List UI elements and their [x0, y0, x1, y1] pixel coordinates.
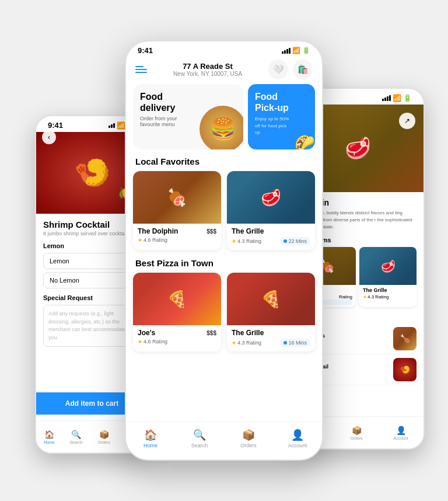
search-icon: 🔍: [71, 430, 81, 439]
joes-price: $$$: [206, 330, 216, 336]
local-favorites-grid: 🍖 The Dolphin $$$ ★4.6 Rating �: [126, 171, 322, 256]
featured-dolphin-rating: Rating: [339, 294, 352, 300]
main-nav-account[interactable]: 👤 Account: [273, 429, 322, 448]
featured-grille-name: The Grille: [363, 287, 413, 293]
grille2-name: The Grille: [232, 329, 264, 337]
featured-grille-info: The Grille ★4.3 Rating: [359, 285, 416, 302]
search-icon: 🔍: [193, 429, 206, 441]
cart-button[interactable]: 🛍️: [293, 60, 313, 79]
delivery-banner[interactable]: Fooddelivery Order from yourfavourite me…: [133, 84, 243, 149]
pickup-banner-subtitle: Enjoy up to 50%off for food pickup: [255, 116, 308, 135]
dolphin-card-info: The Dolphin $$$ ★4.6 Rating: [133, 224, 221, 248]
header-actions: 🤍 🛍️: [268, 60, 313, 79]
address-city: New York, NY 10007, USA: [173, 71, 242, 77]
right-nav-account-label: Account: [393, 436, 408, 440]
dolphin-price: $$$: [206, 228, 216, 235]
main-nav-orders-label: Orders: [240, 443, 257, 448]
best-pizza-title: Best Pizza in Town: [126, 256, 322, 273]
main-scroll-content: Fooddelivery Order from yourfavourite me…: [126, 84, 322, 426]
left-nav-home-label: Home: [44, 440, 55, 444]
back-button[interactable]: ‹: [42, 130, 56, 144]
main-nav-home-label: Home: [144, 443, 158, 448]
grille2-rating: ★4.3 Rating: [232, 340, 261, 346]
main-time: 9:41: [138, 46, 153, 55]
restaurant-card-dolphin[interactable]: 🍖 The Dolphin $$$ ★4.6 Rating: [133, 171, 221, 250]
address-block: 77 A Reade St New York, NY 10007, USA: [173, 62, 242, 77]
pizza-grid: 🍕 Joe's $$$ ★4.6 Rating 🍕: [126, 273, 322, 357]
featured-item-grille[interactable]: 🥩 The Grille ★4.3 Rating: [359, 247, 416, 307]
dolphin-image: 🍖: [133, 171, 221, 224]
pickup-banner-title: FoodPick-up: [255, 91, 308, 113]
account-icon: 👤: [291, 429, 304, 441]
left-nav-search[interactable]: 🔍 Search: [69, 430, 82, 444]
restaurant-card-joes[interactable]: 🍕 Joe's $$$ ★4.6 Rating: [133, 273, 221, 352]
featured-grille-rating: ★4.3 Rating: [363, 294, 388, 300]
main-nav-search[interactable]: 🔍 Search: [175, 429, 224, 448]
featured-grille-image: 🥩: [359, 247, 416, 285]
share-button[interactable]: ↗: [399, 113, 415, 129]
left-nav-search-label: Search: [69, 440, 82, 444]
orders-icon: 📦: [99, 430, 109, 439]
local-favorites-title: Local Favorites: [126, 154, 322, 171]
joes-row2: ★4.6 Rating: [138, 339, 216, 345]
joes-image: 🍕: [133, 273, 221, 325]
menu-item-shrimp-image: 🍤: [393, 358, 416, 381]
main-nav-home[interactable]: 🏠 Home: [126, 429, 175, 448]
main-nav-orders[interactable]: 📦 Orders: [224, 429, 273, 448]
orders-icon: 📦: [352, 426, 362, 435]
main-nav-account-label: Account: [288, 443, 307, 448]
star-icon: ★: [232, 238, 236, 244]
dolphin-row1: The Dolphin $$$: [138, 227, 216, 235]
main-nav-search-label: Search: [191, 443, 208, 448]
joes-name: Joe's: [138, 329, 155, 337]
grille2-time: 16 Mins: [280, 339, 310, 347]
grille2-card-info: The Grille ★4.3 Rating 16 Mins: [227, 325, 315, 352]
clock-dot-icon: [284, 239, 287, 243]
grille1-name: The Grille: [232, 227, 264, 235]
pickup-banner[interactable]: FoodPick-up Enjoy up to 50%off for food …: [248, 84, 315, 149]
favorites-button[interactable]: 🤍: [268, 60, 288, 79]
burger-image: 🍔: [200, 106, 243, 149]
left-nav-orders[interactable]: 📦 Orders: [97, 430, 110, 444]
main-status-bar: 9:41 📶 🔋: [126, 41, 322, 57]
pickup-food-image: 🌮: [295, 133, 315, 149]
star-icon: ★: [138, 339, 142, 345]
main-wifi-icon: 📶: [292, 47, 300, 54]
main-status-icons: 📶 🔋: [282, 47, 310, 54]
home-icon: 🏠: [44, 430, 54, 439]
banner-section: Fooddelivery Order from yourfavourite me…: [126, 84, 322, 154]
account-icon: 👤: [396, 426, 406, 435]
grille1-image: 🥩: [227, 171, 315, 224]
left-nav-home[interactable]: 🏠 Home: [44, 430, 55, 444]
grille2-image: 🍕: [227, 273, 315, 325]
dolphin-name: The Dolphin: [138, 227, 178, 235]
right-nav-account[interactable]: 👤 Account: [393, 426, 408, 440]
dolphin-row2: ★4.6 Rating: [138, 237, 216, 243]
joes-card-info: Joe's $$$ ★4.6 Rating: [133, 325, 221, 349]
left-time: 9:41: [48, 121, 63, 130]
signal-icon: [108, 123, 115, 128]
grille2-row1: The Grille: [232, 329, 310, 337]
wifi-icon: 📶: [117, 121, 125, 130]
joes-rating: ★4.6 Rating: [138, 339, 167, 345]
menu-item-chicken-image: 🍗: [393, 327, 416, 350]
right-nav-orders-label: Orders: [351, 436, 363, 440]
grille1-time: 22 Mins: [280, 237, 310, 245]
right-nav-orders[interactable]: 📦 Orders: [351, 426, 363, 440]
main-signal-icon: [282, 48, 290, 54]
orders-icon: 📦: [242, 429, 255, 441]
address-street: 77 A Reade St: [173, 62, 242, 71]
featured-grille-sub: ★4.3 Rating: [363, 294, 413, 300]
main-phone: 9:41 📶 🔋 77 A Reade St New York, NY 1000…: [125, 40, 323, 461]
restaurant-card-grille1[interactable]: 🥩 The Grille ★4.3 Rating 22 Mins: [227, 171, 315, 250]
right-wifi-icon: 📶: [393, 94, 401, 102]
right-battery-icon: 🔋: [403, 94, 412, 102]
restaurant-card-grille2[interactable]: 🍕 The Grille ★4.3 Rating 16 Mins: [227, 273, 315, 352]
main-battery-icon: 🔋: [302, 47, 310, 54]
main-bottom-nav: 🏠 Home 🔍 Search 📦 Orders 👤 Account: [126, 422, 322, 460]
hamburger-menu-icon[interactable]: [135, 66, 147, 73]
grille1-rating: ★4.3 Rating: [232, 238, 261, 244]
grille1-card-info: The Grille ★4.3 Rating 22 Mins: [227, 224, 315, 250]
star-icon: ★: [138, 237, 142, 243]
dolphin-rating: ★4.6 Rating: [138, 237, 167, 243]
